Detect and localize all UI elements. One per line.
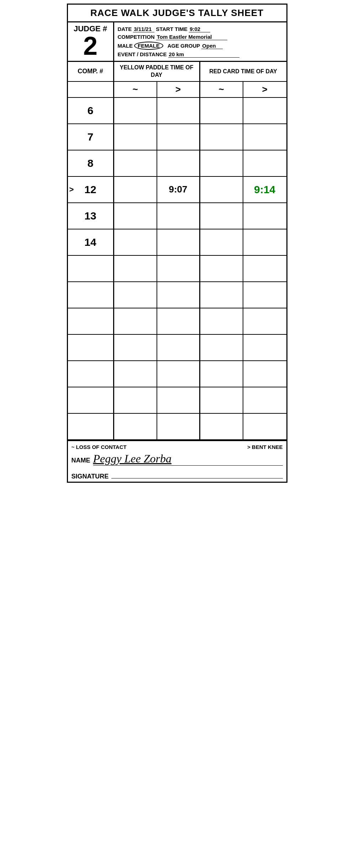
table-row bbox=[68, 361, 286, 387]
yellow-gt-cell bbox=[157, 335, 200, 360]
age-group-label: AGE GROUP bbox=[168, 43, 200, 49]
red-tilde-cell bbox=[200, 387, 243, 413]
sheet-title: RACE WALK JUDGE'S TALLY SHEET bbox=[68, 5, 286, 22]
yellow-tilde-cell bbox=[114, 387, 157, 413]
red-gt-cell bbox=[243, 282, 286, 308]
yellow-gt-cell bbox=[157, 361, 200, 387]
red-tilde-cell bbox=[200, 177, 243, 202]
comp-cell bbox=[68, 387, 114, 413]
red-gt-cell bbox=[243, 229, 286, 255]
event-value: 20 km bbox=[168, 51, 239, 58]
comp-cell: 8 bbox=[68, 150, 114, 176]
table-row: 13 bbox=[68, 203, 286, 229]
col-headers: COMP. # YELLOW PADDLE TIME OF DAY RED CA… bbox=[68, 62, 286, 82]
table-row bbox=[68, 414, 286, 440]
red-tilde-cell bbox=[200, 414, 243, 439]
date-label: DATE bbox=[118, 26, 132, 32]
table-row bbox=[68, 282, 286, 308]
table-row: 6 bbox=[68, 98, 286, 124]
event-label: EVENT / DISTANCE bbox=[118, 51, 167, 57]
yellow-gt-cell: 9:07 bbox=[157, 177, 200, 202]
table-row bbox=[68, 387, 286, 414]
red-tilde-cell bbox=[200, 229, 243, 255]
yellow-tilde-cell bbox=[114, 124, 157, 150]
red-gt-cell bbox=[243, 335, 286, 360]
female-circle: FEMALE bbox=[134, 42, 163, 50]
competition-value: Tom Eastler Memorial bbox=[156, 34, 227, 40]
yellow-gt-header: > bbox=[157, 82, 200, 97]
start-time-value: 9:02 bbox=[189, 26, 210, 32]
red-tilde-cell bbox=[200, 124, 243, 150]
yellow-gt-cell bbox=[157, 387, 200, 413]
comp-cell bbox=[68, 282, 114, 308]
judge-number: 2 bbox=[83, 33, 97, 59]
table-row: 8 bbox=[68, 150, 286, 177]
red-tilde-cell bbox=[200, 150, 243, 176]
name-value: Peggy Lee Zorba bbox=[93, 452, 283, 466]
yellow-gt-cell bbox=[157, 229, 200, 255]
legend-row: ~ LOSS OF CONTACT > BENT KNEE bbox=[72, 444, 283, 450]
table-section: COMP. # YELLOW PADDLE TIME OF DAY RED CA… bbox=[68, 62, 286, 441]
comp-cell: 7 bbox=[68, 124, 114, 150]
table-row: >129:079:14 bbox=[68, 177, 286, 203]
red-gt-cell bbox=[243, 256, 286, 281]
yellow-tilde-cell bbox=[114, 203, 157, 229]
data-rows: 678>129:079:141314 bbox=[68, 98, 286, 440]
signature-row: SIGNATURE bbox=[72, 470, 283, 480]
yellow-tilde-cell bbox=[114, 98, 157, 123]
yellow-tilde-cell bbox=[114, 229, 157, 255]
yellow-tilde-cell bbox=[114, 414, 157, 439]
red-gt-cell bbox=[243, 203, 286, 229]
start-time-label: START TIME bbox=[156, 26, 187, 32]
yellow-header: YELLOW PADDLE TIME OF DAY bbox=[114, 62, 200, 81]
red-gt-header: > bbox=[243, 82, 286, 97]
competition-label: COMPETITION bbox=[118, 34, 155, 40]
comp-cell bbox=[68, 335, 114, 360]
comp-cell bbox=[68, 414, 114, 439]
yellow-gt-cell bbox=[157, 98, 200, 123]
red-gt-cell bbox=[243, 387, 286, 413]
table-row bbox=[68, 256, 286, 282]
comp-cell bbox=[68, 308, 114, 334]
comp-cell: 13 bbox=[68, 203, 114, 229]
sub-headers: ~ > ~ > bbox=[68, 82, 286, 98]
red-gt-cell bbox=[243, 98, 286, 123]
red-tilde-cell bbox=[200, 361, 243, 387]
red-tilde-cell bbox=[200, 256, 243, 281]
red-tilde-cell bbox=[200, 335, 243, 360]
legend-left: ~ LOSS OF CONTACT bbox=[72, 444, 127, 450]
name-row: NAME Peggy Lee Zorba bbox=[72, 452, 283, 466]
yellow-gt-cell bbox=[157, 124, 200, 150]
red-gt-cell bbox=[243, 308, 286, 334]
legend-right: > BENT KNEE bbox=[247, 444, 283, 450]
red-header: RED CARD TIME OF DAY bbox=[200, 62, 286, 81]
table-row bbox=[68, 335, 286, 361]
red-tilde-cell bbox=[200, 308, 243, 334]
yellow-tilde-cell bbox=[114, 335, 157, 360]
comp-header: COMP. # bbox=[68, 62, 114, 81]
judge-box: JUDGE # 2 bbox=[68, 22, 114, 61]
yellow-gt-cell bbox=[157, 150, 200, 176]
yellow-gt-cell bbox=[157, 203, 200, 229]
yellow-gt-cell bbox=[157, 308, 200, 334]
yellow-tilde-cell bbox=[114, 361, 157, 387]
table-row: 14 bbox=[68, 229, 286, 256]
red-tilde-header: ~ bbox=[200, 82, 243, 97]
comp-cell: 14 bbox=[68, 229, 114, 255]
red-gt-cell bbox=[243, 361, 286, 387]
yellow-gt-cell bbox=[157, 282, 200, 308]
red-gt-cell bbox=[243, 124, 286, 150]
red-tilde-cell bbox=[200, 282, 243, 308]
comp-cell bbox=[68, 256, 114, 281]
red-card-time: 9:14 bbox=[254, 184, 275, 196]
header-section: JUDGE # 2 DATE 3/11/21 START TIME 9:02 C… bbox=[68, 22, 286, 62]
red-gt-cell bbox=[243, 414, 286, 439]
table-row: 7 bbox=[68, 124, 286, 150]
yellow-tilde-header: ~ bbox=[114, 82, 157, 97]
red-tilde-cell bbox=[200, 203, 243, 229]
red-gt-cell: 9:14 bbox=[243, 177, 286, 202]
competition-row: COMPETITION Tom Eastler Memorial bbox=[118, 34, 283, 40]
yellow-tilde-cell bbox=[114, 282, 157, 308]
tally-sheet: RACE WALK JUDGE'S TALLY SHEET JUDGE # 2 … bbox=[67, 4, 287, 483]
gt-prefix: > bbox=[69, 185, 74, 194]
